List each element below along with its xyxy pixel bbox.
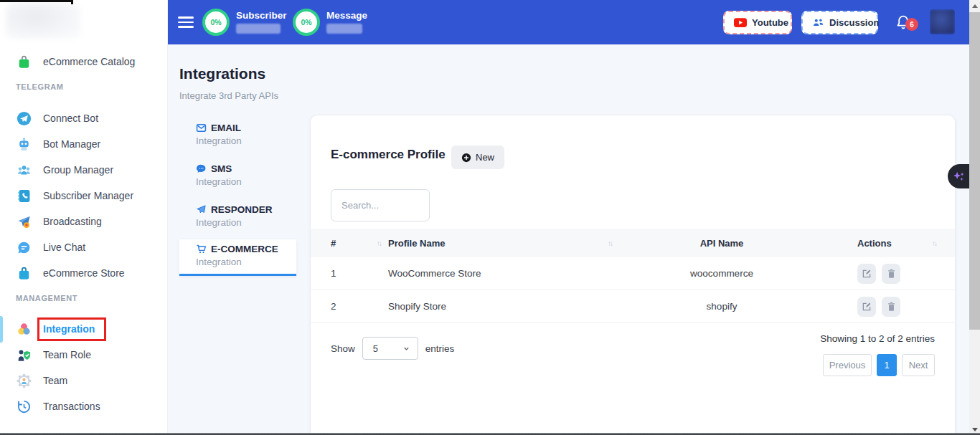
message-usage-widget: 0% Message xyxy=(293,9,367,36)
subnav-subtitle: Integration xyxy=(196,176,296,187)
avatar-image-blurred xyxy=(930,9,955,34)
history-clock-icon xyxy=(16,398,32,415)
showing-entries-text: Showing 1 to 2 of 2 entries xyxy=(820,333,935,344)
sidebar-item-subscriber-manager[interactable]: Subscriber Manager xyxy=(0,183,167,209)
sidebar: eCommerce Catalog TELEGRAM Connect Bot B… xyxy=(0,0,168,435)
sidebar-item-integration[interactable]: Integration xyxy=(0,316,167,342)
sidebar-section-telegram: TELEGRAM xyxy=(0,82,167,93)
sidebar-item-team-role[interactable]: Team Role xyxy=(0,342,167,368)
sidebar-item-ecommerce-store[interactable]: eCommerce Store xyxy=(0,260,167,286)
pagination-page-1-button[interactable]: 1 xyxy=(877,354,897,376)
sort-icon[interactable]: ↑↓ xyxy=(932,239,936,247)
subscriber-usage-widget: 0% Subscriber xyxy=(202,9,287,36)
subnav-title: EMAIL xyxy=(211,123,241,133)
sidebar-item-ecommerce-catalog[interactable]: eCommerce Catalog xyxy=(0,49,167,75)
new-button-label: New xyxy=(476,152,494,163)
paper-plane-icon xyxy=(196,204,207,215)
cell-profile-name: WooCommerce Store xyxy=(388,268,481,279)
three-circles-icon xyxy=(16,321,32,338)
scrollbar-up-arrow[interactable] xyxy=(969,0,980,11)
cart-icon xyxy=(196,244,207,254)
youtube-icon xyxy=(734,18,747,27)
col-header-actions[interactable]: Actions xyxy=(857,238,892,249)
telegram-plane-icon xyxy=(16,110,32,127)
sidebar-item-transactions[interactable]: Transactions xyxy=(0,393,167,419)
paper-plane-badge-icon xyxy=(16,214,32,230)
edit-button[interactable] xyxy=(857,297,876,317)
entries-select-value: 5 xyxy=(373,343,378,354)
tab-email-integration[interactable]: EMAIL Integration xyxy=(179,118,296,150)
message-value-blurred xyxy=(326,24,362,34)
edit-button[interactable] xyxy=(857,264,876,284)
sms-bubble-icon xyxy=(196,163,207,174)
sidebar-item-team[interactable]: Team xyxy=(0,368,167,393)
sort-icon[interactable]: ↑↓ xyxy=(377,239,381,247)
message-stat-label: Message xyxy=(326,10,367,21)
subnav-title: RESPONDER xyxy=(211,204,273,215)
discussion-button[interactable]: Discussion xyxy=(801,11,878,34)
subnav-subtitle: Integration xyxy=(196,257,296,267)
sidebar-item-label: Connect Bot xyxy=(43,113,98,124)
app-logo-blurred xyxy=(6,3,80,39)
discussion-button-label: Discussion xyxy=(829,17,879,28)
sidebar-item-connect-bot[interactable]: Connect Bot xyxy=(0,105,167,131)
show-label: Show xyxy=(331,343,355,354)
profiles-table: # ↑↓ Profile Name ↑↓ API Name Actions ↑↓… xyxy=(311,229,955,323)
sidebar-item-label: Bot Manager xyxy=(43,138,100,150)
sidebar-item-label: Team Role xyxy=(43,349,91,360)
col-header-api-name[interactable]: API Name xyxy=(618,238,826,249)
search-input[interactable] xyxy=(331,189,430,221)
entries-per-page-select[interactable]: 5 xyxy=(362,337,418,360)
cell-profile-name: Shopify Store xyxy=(388,301,446,312)
sidebar-item-label: Live Chat xyxy=(43,242,85,253)
shield-person-icon xyxy=(16,347,32,363)
sidebar-item-live-chat[interactable]: Live Chat xyxy=(0,234,167,260)
tab-sms-integration[interactable]: SMS Integration xyxy=(179,159,296,191)
cell-num: 1 xyxy=(331,268,336,279)
subnav-subtitle: Integration xyxy=(196,135,296,146)
page-subtitle: Integrate 3rd Party APIs xyxy=(179,90,278,101)
active-item-indicator xyxy=(0,316,3,343)
user-avatar[interactable] xyxy=(930,9,955,34)
message-progress-ring: 0% xyxy=(293,9,320,36)
pagination-next-button[interactable]: Next xyxy=(902,354,935,376)
subscriber-value-blurred xyxy=(236,24,281,34)
sidebar-item-label: eCommerce Store xyxy=(43,267,125,279)
col-header-profile-name[interactable]: Profile Name xyxy=(388,238,445,249)
sidebar-item-broadcasting[interactable]: Broadcasting xyxy=(0,209,167,234)
people-group-icon xyxy=(16,162,32,178)
subscriber-progress-ring: 0% xyxy=(202,9,230,36)
cell-api-name: woocommerce xyxy=(618,268,826,279)
chat-bubble-icon xyxy=(16,239,32,256)
delete-button[interactable] xyxy=(882,264,900,284)
crop-artifact-line xyxy=(71,0,73,4)
tab-responder-integration[interactable]: RESPONDER Integration xyxy=(179,200,296,232)
entries-label: entries xyxy=(425,343,455,354)
sidebar-item-label: eCommerce Catalog xyxy=(43,56,135,67)
sidebar-item-group-manager[interactable]: Group Manager xyxy=(0,157,167,183)
contact-book-phone-icon xyxy=(16,188,32,204)
col-header-num[interactable]: # xyxy=(331,238,336,249)
sidebar-item-bot-manager[interactable]: Bot Manager xyxy=(0,131,167,157)
topbar: 0% Subscriber 0% Message Youtube Discuss… xyxy=(168,0,969,44)
hamburger-menu-icon[interactable] xyxy=(178,16,194,28)
notification-count-badge[interactable]: 6 xyxy=(905,18,918,31)
sidebar-item-label: Subscriber Manager xyxy=(43,190,133,201)
scrollbar-thumb[interactable] xyxy=(969,12,980,330)
main-content: Integrations Integrate 3rd Party APIs EM… xyxy=(168,44,969,435)
subscriber-stat-label: Subscriber xyxy=(236,10,287,21)
sidebar-section-management: MANAGEMENT xyxy=(0,294,167,305)
delete-button[interactable] xyxy=(882,297,900,317)
new-profile-button[interactable]: New xyxy=(451,145,504,169)
pagination-previous-button[interactable]: Previous xyxy=(823,354,872,376)
ai-assistant-button[interactable] xyxy=(948,164,969,188)
youtube-button[interactable]: Youtube xyxy=(723,11,792,34)
cell-api-name: shopify xyxy=(618,301,826,312)
subnav-title: E-COMMERCE xyxy=(211,244,278,254)
sidebar-item-label: Integration xyxy=(43,323,95,335)
tab-ecommerce-integration[interactable]: E-COMMERCE Integration xyxy=(179,239,296,276)
vertical-scrollbar[interactable] xyxy=(969,0,980,435)
subnav-title: SMS xyxy=(211,163,232,174)
sort-icon[interactable]: ↑↓ xyxy=(608,239,612,247)
pagination: Previous 1 Next xyxy=(823,354,935,376)
